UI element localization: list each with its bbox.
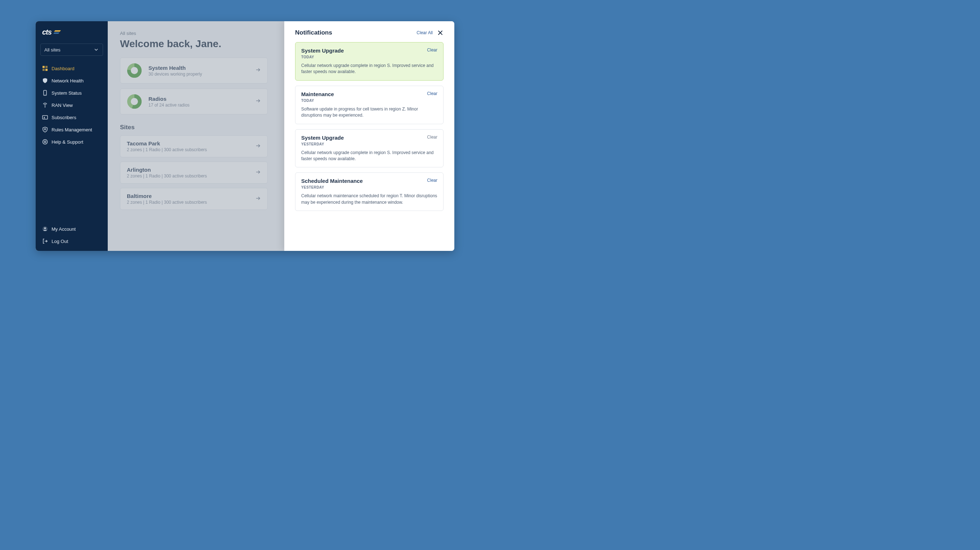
app-shell: cts All sites DashboardNetwork HealthSys… [36,21,454,251]
arrow-right-icon [255,98,261,105]
nav-label: RAN View [51,103,73,108]
site-title: Tacoma Park [127,140,255,146]
settings-shield-icon [42,127,48,132]
nav-label: System Status [51,90,82,96]
arrow-right-icon [255,195,261,203]
shield-icon [42,78,48,84]
footer-label: Log Out [51,239,68,244]
arrow-right-icon [255,143,261,150]
arrow-right-icon [255,67,261,74]
card-subtitle: 30 devices working properly [148,71,248,77]
account-icon [42,226,48,232]
notification-timestamp: TODAY [301,98,438,103]
users-icon [42,114,48,120]
nav-label: Subscribers [51,115,76,120]
nav: DashboardNetwork HealthSystem StatusRAN … [40,62,103,223]
summary-card-radios[interactable]: Radios17 of 24 active radios [120,89,268,114]
nav-item-rules-management[interactable]: Rules Management [40,124,103,136]
notification-body: Cellular network maintenance scheduled f… [301,193,438,206]
notification-clear-button[interactable]: Clear [427,178,438,183]
svg-point-6 [45,94,45,95]
svg-rect-4 [45,69,48,71]
notification-timestamp: YESTERDAY [301,142,438,146]
card-subtitle: 17 of 24 active radios [148,103,248,108]
svg-point-10 [43,139,48,144]
notification-body: Software update in progress for cell tow… [301,106,438,119]
chevron-down-icon [93,47,99,52]
footer-label: My Account [51,227,76,232]
nav-item-ran-view[interactable]: RAN View [40,99,103,111]
notification-title: System Upgrade [301,135,427,141]
nav-item-subscribers[interactable]: Subscribers [40,111,103,124]
card-title: Radios [148,96,248,102]
clear-all-button[interactable]: Clear All [417,30,433,35]
sidebar-footer: My AccountLog Out [40,223,103,247]
logout-icon [42,238,48,244]
svg-point-8 [44,117,45,118]
svg-rect-1 [43,66,45,68]
notifications-header: Notifications Clear All [295,29,444,36]
nav-item-help-support[interactable]: Help & Support [40,136,103,148]
close-icon[interactable] [437,30,444,36]
notification-card: System UpgradeClearTODAYCellular network… [295,42,444,81]
dashboard-icon [42,65,48,71]
summary-card-system-health[interactable]: System Health30 devices working properly [120,58,268,84]
site-selector[interactable]: All sites [40,44,103,56]
footer-item-log-out[interactable]: Log Out [40,235,103,247]
logo: cts [42,29,103,38]
notification-title: System Upgrade [301,48,427,54]
nav-item-network-health[interactable]: Network Health [40,74,103,87]
sidebar: cts All sites DashboardNetwork HealthSys… [36,21,108,251]
site-row-arlington[interactable]: Arlington2 zones | 1 Radio | 300 active … [120,162,268,184]
nav-item-dashboard[interactable]: Dashboard [40,62,103,74]
nav-label: Network Health [51,78,84,84]
notification-card: MaintenanceClearTODAYSoftware update in … [295,86,444,124]
notifications-panel: Notifications Clear All System UpgradeCl… [284,21,454,251]
nav-item-system-status[interactable]: System Status [40,87,103,99]
help-icon [42,139,48,145]
notification-title: Maintenance [301,91,427,97]
footer-item-my-account[interactable]: My Account [40,223,103,235]
arrow-right-icon [255,169,261,176]
site-title: Arlington [127,166,255,173]
notification-body: Cellular network upgrade complete in reg… [301,63,438,75]
svg-point-9 [44,128,46,130]
donut-chart-icon [127,94,142,109]
svg-rect-2 [45,66,48,68]
site-subtitle: 2 zones | 1 Radio | 300 active subscribe… [127,200,255,205]
nav-label: Rules Management [51,127,92,132]
site-subtitle: 2 zones | 1 Radio | 300 active subscribe… [127,147,255,152]
svg-point-11 [44,141,46,143]
notification-body: Cellular network upgrade complete in reg… [301,150,438,162]
notification-timestamp: YESTERDAY [301,185,438,189]
mobile-icon [42,90,48,96]
antenna-icon [42,102,48,108]
site-selector-label: All sites [44,47,60,52]
notification-card: System UpgradeClearYESTERDAYCellular net… [295,129,444,168]
nav-label: Help & Support [51,139,83,145]
notification-clear-button[interactable]: Clear [427,91,438,96]
notification-clear-button[interactable]: Clear [427,48,438,52]
notification-title: Scheduled Maintenance [301,178,427,184]
notification-card: Scheduled MaintenanceClearYESTERDAYCellu… [295,173,444,211]
site-row-baltimore[interactable]: Baltimore2 zones | 1 Radio | 300 active … [120,188,268,210]
svg-point-13 [44,227,46,229]
notification-clear-button[interactable]: Clear [427,135,438,139]
site-row-tacoma-park[interactable]: Tacoma Park2 zones | 1 Radio | 300 activ… [120,135,268,157]
notification-timestamp: TODAY [301,55,438,59]
notifications-title: Notifications [295,29,417,36]
site-title: Baltimore [127,193,255,199]
nav-label: Dashboard [51,66,75,71]
svg-text:cts: cts [42,29,52,36]
site-subtitle: 2 zones | 1 Radio | 300 active subscribe… [127,173,255,179]
svg-rect-7 [43,116,48,119]
donut-chart-icon [127,63,142,78]
svg-rect-3 [43,69,45,71]
card-title: System Health [148,65,248,71]
